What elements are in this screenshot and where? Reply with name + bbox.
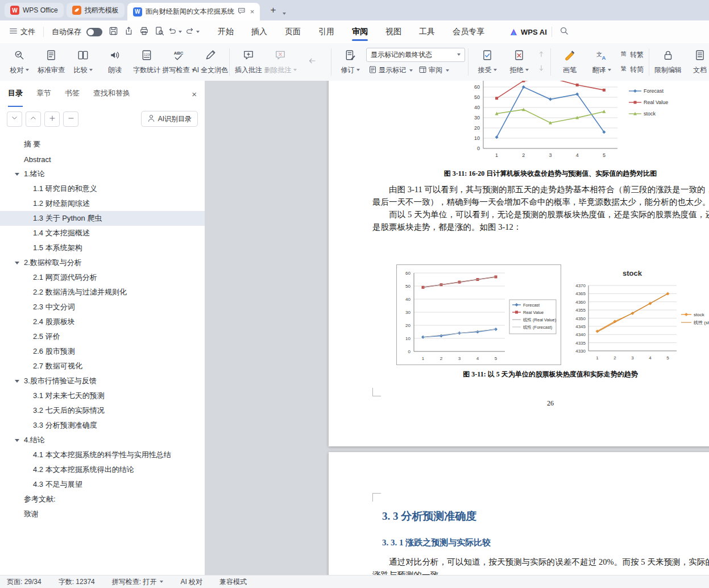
toc-item[interactable]: 2.7 数据可视化 [0,359,205,374]
toc-item[interactable]: 1.2 财经新闻综述 [0,196,205,211]
print-button[interactable] [136,24,152,39]
toc-item[interactable]: 参考文献: [0,492,205,507]
zoom-in-outline-button[interactable] [44,111,60,127]
toc-item[interactable]: 4.1 本文本挖掘系统的科学性与实用性总结 [0,448,205,462]
menu-tab[interactable]: 开始 [217,24,235,39]
delete-comment-button[interactable]: 删除批注 [264,47,296,77]
expand-triangle-icon[interactable] [15,439,19,444]
ai-polish-button[interactable]: AI 全文润色 [194,47,226,77]
toc-item[interactable]: 3.1 对未来七天的预测 [0,388,205,403]
toc-item[interactable]: 1.3 关于 Python 爬虫 [0,211,205,226]
reject-button[interactable]: 拒绝 [503,47,535,77]
wps-ai-button[interactable]: WPS AI [509,28,547,36]
redo-dropdown-icon[interactable] [196,31,200,33]
toc-item[interactable]: 2.1 网页源代码分析 [0,270,205,285]
toc-item[interactable]: 3.2 七天后的实际情况 [0,403,205,418]
read-aloud-button[interactable]: 朗读 [99,47,131,77]
document-more-button[interactable]: 文档 [684,47,709,77]
previous-comment-button[interactable] [296,53,328,71]
close-tab-icon[interactable]: × [250,7,255,16]
export-button[interactable] [121,24,136,39]
tab-list-dropdown-icon[interactable] [283,13,286,15]
menu-tab[interactable]: 页面 [284,24,302,39]
sidebar-tab[interactable]: 书签 [65,81,80,107]
menu-tab[interactable]: 审阅 [351,24,369,39]
translate-button[interactable]: 文A 翻译 [586,47,617,77]
tab-docer-templates[interactable]: 找稻壳模板 [67,3,125,18]
proofread-button[interactable]: 校对 [3,47,35,77]
show-markup-button[interactable]: 显示标记 [366,64,415,77]
toc-item[interactable]: 3.股市行情验证与反馈 [0,374,205,388]
ai-recognize-toc-button[interactable]: AI识别目录 [141,111,198,127]
word-count-button[interactable]: 123 字数统计 [131,47,163,77]
save-button[interactable] [106,24,121,39]
toc-item[interactable]: 致谢 [0,507,205,521]
comment-bubble-icon[interactable] [238,7,246,16]
toc-item[interactable]: 摘 要 [0,137,205,152]
menu-tab[interactable]: 会员专享 [451,24,486,39]
tab-wps-home[interactable]: W WPS Office [5,3,64,18]
toc-item[interactable]: 4.结论 [0,433,205,448]
new-tab-button[interactable]: + [266,3,280,17]
restrict-edit-button[interactable]: 限制编辑 [652,47,684,77]
sidebar-tab[interactable]: 章节 [36,81,51,107]
spellcheck-indicator[interactable]: 拼写检查: 打开 [112,577,164,587]
toc-item[interactable]: 1.绪论 [0,167,205,181]
markup-state-combobox[interactable]: 显示标记的最终状态 [366,48,465,62]
accept-button[interactable]: 接受 [471,47,503,77]
toc-item[interactable]: 2.5 评价 [0,329,205,344]
autosave-control[interactable]: 自动保存 [48,27,106,37]
menu-tab[interactable]: 视图 [384,24,403,39]
expand-all-button[interactable] [7,111,22,127]
to-traditional-button[interactable]: 简 转繁 [617,48,646,61]
menu-tab[interactable]: 插入 [250,24,268,39]
toc-item[interactable]: 3.3 分析预测准确度 [0,418,205,433]
menu-tab[interactable]: 工具 [418,24,436,39]
collapse-all-button[interactable] [26,111,41,127]
next-change-button[interactable] [535,63,548,75]
menu-tab[interactable]: 引用 [317,24,335,39]
expand-triangle-icon[interactable] [15,173,19,178]
zoom-out-outline-button[interactable] [63,111,78,127]
expand-triangle-icon[interactable] [15,380,19,385]
docer-logo-icon [72,6,81,15]
toc-item[interactable]: Abstract [0,152,205,167]
to-simplified-button[interactable]: 繁 转简 [617,63,646,76]
undo-dropdown-icon[interactable] [179,31,182,33]
undo-button[interactable] [167,24,183,39]
toc-item[interactable]: 2.2 数据清洗与过滤并规则化 [0,285,205,300]
word-count-indicator[interactable]: 字数: 12374 [59,577,95,587]
toc-item[interactable]: 1.1 研究目的和意义 [0,181,205,196]
toc-item[interactable]: 2.3 中文分词 [0,300,205,314]
expand-triangle-icon[interactable] [15,262,19,267]
toc-item[interactable]: 1.5 本系统架构 [0,241,205,255]
redo-button[interactable] [183,24,202,39]
section-heading: 3. 3 分析预测准确度 [382,509,476,524]
toc-item[interactable]: 2.4 股票板块 [0,314,205,329]
ai-proofread-indicator[interactable]: AI 校对 [180,577,202,587]
insert-comment-button[interactable]: 插入批注 [233,47,264,77]
toc-item[interactable]: 2.数据榨取与分析 [0,255,205,270]
toc-item[interactable]: 1.4 文本挖掘概述 [0,226,205,241]
close-sidebar-icon[interactable]: × [192,89,197,99]
search-button[interactable] [557,24,572,39]
compare-button[interactable]: 比较 [67,47,99,77]
compatibility-mode-indicator[interactable]: 兼容模式 [219,577,247,587]
tab-document-active[interactable]: W 面向财经新闻的文本挖掘系统 × [127,3,260,20]
autosave-toggle[interactable] [86,28,102,36]
sidebar-tab[interactable]: 查找和替换 [93,81,130,107]
spell-check-button[interactable]: ABC 拼写检查 [163,47,194,77]
previous-change-button[interactable] [535,49,548,61]
review-pane-button[interactable]: 审阅 [416,64,451,77]
brush-button[interactable]: 画笔 [554,47,586,77]
page-indicator[interactable]: 页面: 29/34 [7,577,42,587]
document-view[interactable]: « 01020304050607012345ForecastReal Value… [205,81,709,575]
print-preview-button[interactable] [152,24,167,39]
sidebar-tab[interactable]: 目录 [8,81,23,107]
toc-item[interactable]: 4.3 不足与展望 [0,477,205,492]
track-changes-button[interactable]: 修订 [334,47,366,77]
file-menu-button[interactable]: 文件 [6,27,39,37]
standard-review-button[interactable]: 标准审查 [35,47,67,77]
toc-item[interactable]: 2.6 股市预测 [0,344,205,359]
toc-item[interactable]: 4.2 本文本挖掘系统得出的结论 [0,462,205,477]
